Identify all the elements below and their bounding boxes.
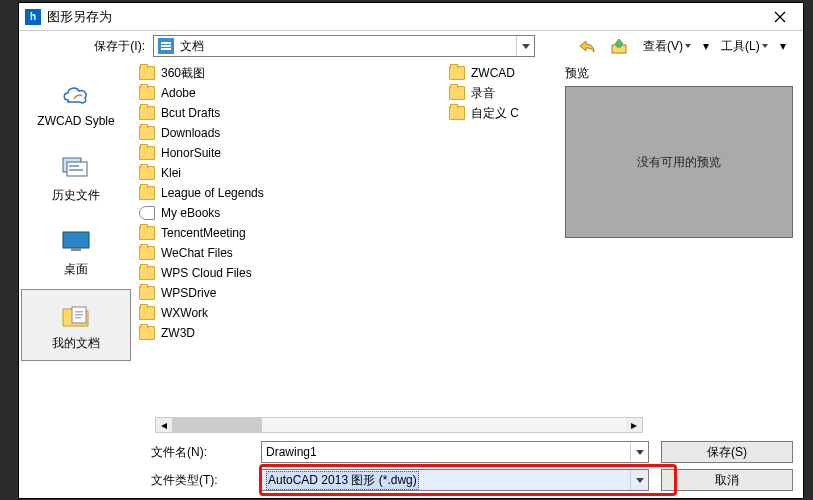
list-item[interactable]: WXWork [135, 303, 445, 323]
svg-rect-3 [69, 165, 79, 167]
file-name: Adobe [161, 86, 196, 100]
folder-icon [139, 286, 155, 300]
folder-icon [139, 306, 155, 320]
list-item[interactable]: HonorSuite [135, 143, 445, 163]
chevron-down-icon [685, 44, 691, 48]
list-item[interactable]: Downloads [135, 123, 445, 143]
sidebar-item-history[interactable]: 历史文件 [21, 141, 131, 213]
save-in-dropdown[interactable]: 文档 [153, 35, 535, 57]
places-sidebar: ZWCAD Syble 历史文件 桌面 我的文档 [19, 61, 133, 497]
folder-icon [449, 86, 465, 100]
documents-icon [158, 38, 174, 54]
list-item[interactable]: ZW3D [135, 323, 445, 343]
scroll-right-arrow[interactable]: ▸ [626, 418, 642, 432]
folder-icon [139, 246, 155, 260]
file-name: 自定义 C [471, 105, 519, 122]
sidebar-item-zwcad-syble[interactable]: ZWCAD Syble [21, 67, 131, 139]
file-name: 录音 [471, 85, 495, 102]
folder-icon [139, 66, 155, 80]
close-button[interactable] [763, 6, 797, 28]
sidebar-item-documents[interactable]: 我的文档 [21, 289, 131, 361]
list-item[interactable]: WPS Cloud Files [135, 263, 445, 283]
file-name: League of Legends [161, 186, 264, 200]
app-icon: h [25, 9, 41, 25]
list-item[interactable]: WeChat Files [135, 243, 445, 263]
top-toolbar: 保存于(I): 文档 查看(V) ▾ 工具(L) ▾ [19, 31, 803, 61]
documents-folder-icon [58, 299, 94, 331]
file-name: ZW3D [161, 326, 195, 340]
svg-rect-10 [75, 317, 81, 319]
file-name: WPSDrive [161, 286, 216, 300]
svg-rect-6 [71, 248, 81, 251]
chevron-down-icon [516, 36, 534, 56]
folder-icon [449, 106, 465, 120]
chevron-down-icon[interactable] [630, 470, 648, 490]
folder-icon [139, 126, 155, 140]
file-name: WXWork [161, 306, 208, 320]
list-item[interactable]: 自定义 C [445, 103, 545, 123]
list-item[interactable]: 录音 [445, 83, 545, 103]
list-item[interactable]: My eBooks [135, 203, 445, 223]
folder-icon [139, 326, 155, 340]
file-name: HonorSuite [161, 146, 221, 160]
svg-rect-8 [75, 311, 83, 313]
svg-rect-4 [69, 169, 83, 171]
preview-box: 没有可用的预览 [565, 86, 793, 238]
back-button[interactable] [575, 35, 599, 57]
file-name: WeChat Files [161, 246, 233, 260]
cancel-button[interactable]: 取消 [661, 469, 793, 491]
folder-icon [139, 106, 155, 120]
folder-icon [139, 166, 155, 180]
file-name: WPS Cloud Files [161, 266, 252, 280]
filename-label: 文件名(N): [151, 444, 251, 461]
desktop-icon [58, 225, 94, 257]
history-files-icon [58, 151, 94, 183]
folder-icon [139, 266, 155, 280]
folder-icon [139, 186, 155, 200]
cloud-icon [58, 78, 94, 110]
filename-input[interactable]: Drawing1 [261, 441, 649, 463]
dialog-title: 图形另存为 [47, 8, 763, 26]
scroll-left-arrow[interactable]: ◂ [156, 418, 172, 432]
file-name: ZWCAD [471, 66, 515, 80]
horizontal-scrollbar[interactable]: ◂ ▸ [155, 417, 643, 433]
file-name: Klei [161, 166, 181, 180]
save-in-label: 保存于(I): [59, 38, 145, 55]
view-menu[interactable]: 查看(V) [639, 35, 695, 57]
file-name: My eBooks [161, 206, 220, 220]
up-button[interactable] [607, 35, 631, 57]
list-item[interactable]: ZWCAD [445, 63, 545, 83]
folder-icon [449, 66, 465, 80]
preview-label: 预览 [565, 65, 793, 82]
folder-icon [139, 146, 155, 160]
list-item[interactable]: 360截图 [135, 63, 445, 83]
list-item[interactable]: Adobe [135, 83, 445, 103]
list-item[interactable]: League of Legends [135, 183, 445, 203]
file-list[interactable]: 360截图AdobeBcut DraftsDownloadsHonorSuite… [135, 63, 561, 417]
ebook-icon [139, 206, 155, 220]
filetype-dropdown[interactable]: AutoCAD 2013 图形 (*.dwg) [261, 469, 649, 491]
file-name: Downloads [161, 126, 220, 140]
titlebar: h 图形另存为 [19, 3, 803, 31]
chevron-down-icon[interactable] [630, 442, 648, 462]
sidebar-item-desktop[interactable]: 桌面 [21, 215, 131, 287]
save-button[interactable]: 保存(S) [661, 441, 793, 463]
folder-icon [139, 86, 155, 100]
tools-menu[interactable]: 工具(L) [717, 35, 772, 57]
scroll-thumb[interactable] [172, 418, 262, 432]
file-name: 360截图 [161, 65, 205, 82]
folder-icon [139, 226, 155, 240]
list-item[interactable]: Bcut Drafts [135, 103, 445, 123]
list-item[interactable]: TencentMeeting [135, 223, 445, 243]
filetype-label: 文件类型(T): [151, 472, 251, 489]
svg-rect-5 [63, 232, 89, 248]
svg-rect-9 [75, 314, 83, 316]
save-in-value: 文档 [180, 38, 204, 55]
preview-pane: 预览 没有可用的预览 [561, 63, 801, 417]
list-item[interactable]: WPSDrive [135, 283, 445, 303]
file-name: TencentMeeting [161, 226, 246, 240]
chevron-down-icon [762, 44, 768, 48]
save-as-dialog: h 图形另存为 保存于(I): 文档 查看(V) ▾ 工具(L) ▾ [18, 2, 804, 499]
file-name: Bcut Drafts [161, 106, 220, 120]
list-item[interactable]: Klei [135, 163, 445, 183]
